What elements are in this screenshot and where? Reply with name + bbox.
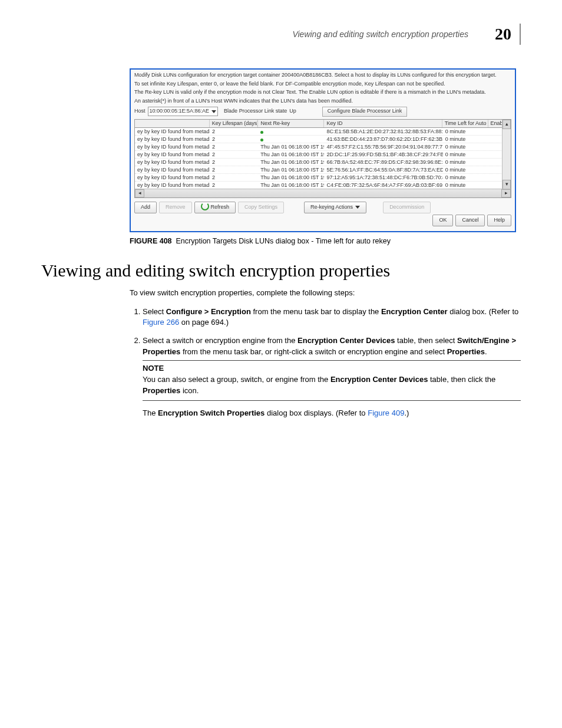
- figure-link[interactable]: Figure 409: [368, 409, 404, 417]
- cell-key-id: 5E:76:56:1A:FF:BC:64:55:0A:8F:8D:7A:73:E…: [324, 166, 442, 173]
- chapter-divider: [520, 24, 521, 45]
- col-key-id: Key ID: [324, 120, 442, 128]
- cell-host: ey by key ID found from metadata): [135, 159, 210, 166]
- cell-lifespan: 2: [210, 159, 258, 166]
- cell-lifespan: 2: [210, 166, 258, 173]
- cell-lifespan: 2: [210, 182, 258, 188]
- configure-link-button[interactable]: Configure Blade Processor Link: [322, 107, 408, 117]
- lun-table: Key Lifespan (days) Next Re-key Key ID T…: [134, 119, 511, 198]
- table-row[interactable]: ey by key ID found from metadata)241:63:…: [135, 136, 511, 143]
- note-body: You can also select a group, switch, or …: [143, 374, 521, 397]
- dialog-button-row: Add Remove Refresh Copy Settings Re-keyi…: [134, 202, 511, 213]
- intro-paragraph: To view switch encryption properties, co…: [130, 288, 521, 299]
- table-row[interactable]: ey by key ID found from metadata)2Thu Ja…: [135, 151, 511, 159]
- figure-label: FIGURE 408: [130, 237, 172, 245]
- closing-line: The Encryption Switch Properties dialog …: [143, 408, 521, 419]
- cell-host: ey by key ID found from metadata): [135, 143, 210, 150]
- help-button[interactable]: Help: [487, 215, 511, 226]
- host-value: 10:00:00:05:1E:5A:86:AE: [150, 108, 210, 115]
- col-host: [135, 120, 210, 128]
- dialog-instruction: Modify Disk LUNs configuration for encry…: [134, 72, 511, 79]
- menu-path: Configure > Encryption: [166, 307, 251, 316]
- cell-next-rekey: Thu Jan 01 06:18:00 IST 1970: [258, 174, 324, 181]
- text: Select a switch or encryption engine fro…: [143, 336, 297, 345]
- dialog-instruction: An asterisk(*) in front of a LUN's Host …: [134, 98, 511, 105]
- cell-lifespan: 2: [210, 151, 258, 158]
- cell-host: ey by key ID found from metadata): [135, 166, 210, 173]
- text: dialog box displays. (Refer to: [265, 409, 368, 417]
- table-row[interactable]: ey by key ID found from metadata)2Thu Ja…: [135, 174, 511, 182]
- target-name: Encryption Center: [381, 307, 448, 316]
- scroll-track[interactable]: [503, 129, 511, 180]
- link-state-label: Blade Processor Link state: [224, 108, 287, 115]
- cell-key-id: 8C:E1:5B:5B:A1:2E:D0:27:32:81:32:8B:53:F…: [324, 128, 442, 135]
- scroll-left-icon[interactable]: ◂: [135, 189, 144, 197]
- note-heading: NOTE: [143, 363, 521, 374]
- cell-host: ey by key ID found from metadata): [135, 136, 210, 143]
- cell-next-rekey: Thu Jan 01 06:18:00 IST 1970: [258, 159, 324, 166]
- target-name: Encryption Center Devices: [330, 375, 428, 384]
- add-button[interactable]: Add: [134, 202, 157, 213]
- cell-key-id: 66:7B:8A:52:48:EC:7F:89:D5:CF:82:98:39:9…: [324, 159, 442, 166]
- step-2: Select a switch or encryption engine fro…: [143, 335, 521, 419]
- cell-time-left: 0 minute: [443, 159, 488, 166]
- note-block: NOTE You can also select a group, switch…: [143, 360, 521, 401]
- col-time-left: Time Left for Auto Re-key: [442, 120, 488, 128]
- chapter-number: 20: [495, 25, 511, 44]
- cell-lifespan: 2: [210, 174, 258, 181]
- vertical-scrollbar[interactable]: ▴ ▾: [502, 120, 511, 189]
- table-row[interactable]: ey by key ID found from metadata)28C:E1:…: [135, 128, 511, 136]
- dialog-footer-buttons: OK Cancel Help: [134, 215, 511, 226]
- table-row[interactable]: ey by key ID found from metadata)2Thu Ja…: [135, 182, 511, 188]
- col-lifespan: Key Lifespan (days): [210, 120, 259, 128]
- rekeying-actions-button[interactable]: Re-keying Actions: [304, 202, 366, 213]
- scroll-right-icon[interactable]: ▸: [501, 189, 511, 197]
- refresh-label: Refresh: [211, 204, 230, 211]
- cell-next-rekey: Thu Jan 01 06:18:00 IST 1970: [258, 166, 324, 173]
- cell-time-left: 0 minute: [443, 128, 488, 135]
- host-dropdown[interactable]: 10:00:00:05:1E:5A:86:AE: [148, 107, 219, 116]
- decommission-button[interactable]: Decommission: [383, 202, 431, 213]
- dialog-instruction: The Re-key LUN is valid only if the encr…: [134, 89, 511, 96]
- scroll-down-icon[interactable]: ▾: [503, 180, 511, 189]
- refresh-button[interactable]: Refresh: [194, 202, 236, 213]
- link-state-value: Up: [289, 108, 296, 115]
- cell-key-id: 41:63:BE:DD:44:23:87:D7:80:62:2D:1D:FF:6…: [324, 136, 442, 143]
- chevron-down-icon: [211, 110, 216, 113]
- table-row[interactable]: ey by key ID found from metadata)2Thu Ja…: [135, 166, 511, 174]
- cell-host: ey by key ID found from metadata): [135, 182, 210, 188]
- target-name: Properties: [143, 386, 180, 395]
- copy-settings-button[interactable]: Copy Settings: [238, 202, 284, 213]
- scroll-track[interactable]: [144, 189, 501, 197]
- section-heading: Viewing and editing switch encryption pr…: [41, 261, 521, 281]
- horizontal-scrollbar[interactable]: ◂ ▸: [135, 189, 511, 197]
- text: table, then select: [395, 336, 457, 345]
- text: table, then click the: [428, 375, 495, 384]
- cell-time-left: 0 minute: [443, 136, 488, 143]
- cell-next-rekey: [258, 136, 324, 143]
- scroll-up-icon[interactable]: ▴: [503, 120, 511, 129]
- cell-lifespan: 2: [210, 143, 258, 150]
- cancel-button[interactable]: Cancel: [455, 215, 485, 226]
- cell-key-id: 2D:DC:1F:25:99:FD:5B:51:BF:4B:38:CF:29:7…: [324, 151, 442, 158]
- text: from the menu task bar to display the: [251, 307, 381, 316]
- ok-button[interactable]: OK: [432, 215, 453, 226]
- text: Select: [143, 307, 166, 316]
- target-name: Properties: [447, 347, 485, 356]
- table-row[interactable]: ey by key ID found from metadata)2Thu Ja…: [135, 143, 511, 151]
- cell-next-rekey: [258, 128, 324, 135]
- remove-button[interactable]: Remove: [159, 202, 192, 213]
- steps-list: Select Configure > Encryption from the m…: [130, 307, 521, 419]
- figure-link[interactable]: Figure 266: [143, 318, 179, 327]
- cell-time-left: 0 minute: [443, 143, 488, 150]
- cell-next-rekey: Thu Jan 01 06:18:00 IST 1970: [258, 182, 324, 188]
- table-row[interactable]: ey by key ID found from metadata)2Thu Ja…: [135, 159, 511, 166]
- col-next-rekey: Next Re-key: [258, 120, 324, 128]
- cell-next-rekey: Thu Jan 01 06:18:00 IST 1970: [258, 143, 324, 150]
- cell-key-id: C4:FE:0B:7F:32:5A:6F:84:A7:FF:69:AB:03:B…: [324, 182, 442, 188]
- host-label: Host: [134, 108, 146, 115]
- target-name: Encryption Switch Properties: [158, 409, 265, 417]
- figure-caption: FIGURE 408 Encryption Targets Disk LUNs …: [130, 237, 521, 245]
- table-body: ey by key ID found from metadata)28C:E1:…: [135, 128, 511, 188]
- cell-lifespan: 2: [210, 136, 258, 143]
